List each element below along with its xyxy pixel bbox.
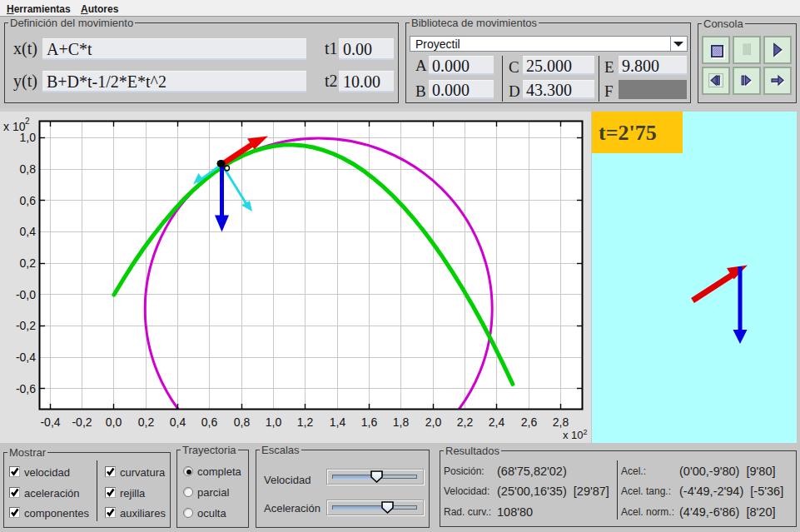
svg-text:0,8: 0,8	[20, 162, 37, 176]
svg-text:-0,0: -0,0	[16, 288, 36, 301]
svg-text:0,2: 0,2	[20, 256, 37, 270]
svg-text:-0,2: -0,2	[72, 415, 92, 429]
svg-text:0,4: 0,4	[20, 225, 37, 238]
svg-text:-0,6: -0,6	[16, 382, 36, 395]
svg-text:-0,4: -0,4	[16, 351, 36, 364]
svg-text:2: 2	[25, 117, 30, 126]
svg-text:-0,2: -0,2	[16, 319, 36, 332]
svg-text:1,6: 1,6	[361, 415, 378, 429]
svg-text:x 10: x 10	[3, 120, 26, 133]
svg-text:1,0: 1,0	[266, 415, 282, 429]
svg-text:2,6: 2,6	[521, 415, 538, 429]
svg-text:2,0: 2,0	[425, 415, 442, 429]
svg-text:2,2: 2,2	[457, 415, 474, 429]
svg-text:2,8: 2,8	[553, 415, 569, 429]
svg-text:0,8: 0,8	[234, 415, 251, 429]
svg-text:1,2: 1,2	[297, 415, 314, 429]
svg-text:0,2: 0,2	[138, 415, 155, 429]
svg-text:0,4: 0,4	[170, 415, 186, 429]
svg-text:0,0: 0,0	[106, 415, 122, 429]
svg-text:1,8: 1,8	[393, 415, 410, 429]
svg-text:1,4: 1,4	[330, 415, 346, 429]
svg-text:0,6: 0,6	[20, 194, 37, 207]
svg-text:2,4: 2,4	[489, 415, 505, 429]
svg-text:-0,4: -0,4	[40, 415, 60, 429]
svg-text:0,6: 0,6	[201, 415, 218, 429]
